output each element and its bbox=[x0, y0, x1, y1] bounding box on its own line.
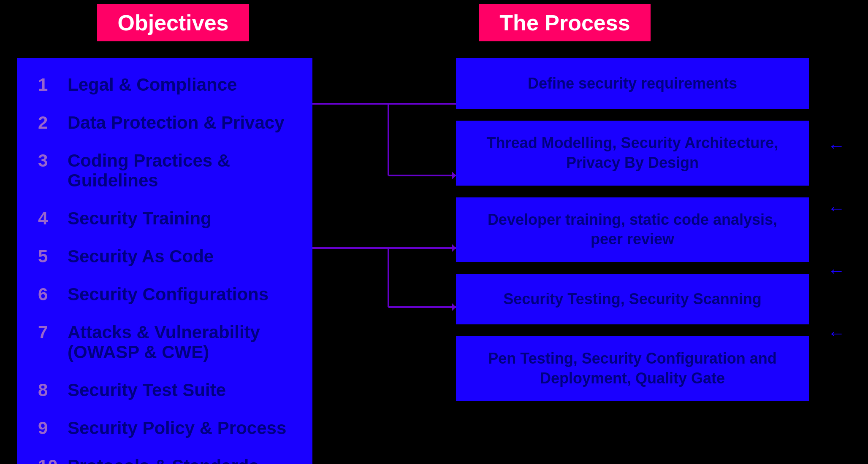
process-box-1: Define security requirements bbox=[456, 58, 809, 109]
process-box-2: Thread Modelling, Security Architecture,… bbox=[456, 121, 809, 186]
obj-text-9: Security Policy & Process bbox=[68, 418, 286, 438]
process-box-3: Developer training, static code analysis… bbox=[456, 197, 809, 262]
right-arrow-slot-4: ← bbox=[822, 245, 851, 296]
obj-text-10: Protocols & Standards bbox=[68, 456, 259, 464]
obj-number-9: 9 bbox=[38, 418, 59, 438]
left-arrow-icon-2: ← bbox=[827, 136, 845, 156]
process-right: Define security requirements Thread Mode… bbox=[456, 58, 851, 401]
right-arrow-slot-2: ← bbox=[822, 121, 851, 171]
connector-area bbox=[312, 58, 456, 438]
obj-text-3: Coding Practices & Guidelines bbox=[68, 151, 291, 190]
main-content: 1 Legal & Compliance 2 Data Protection &… bbox=[0, 58, 868, 464]
obj-number-3: 3 bbox=[38, 151, 59, 170]
obj-number-4: 4 bbox=[38, 209, 59, 228]
obj-text-7: Attacks & Vulnerability (OWASP & CWE) bbox=[68, 323, 291, 361]
list-item: 5 Security As Code bbox=[38, 247, 291, 266]
process-box-4: Security Testing, Security Scanning bbox=[456, 274, 809, 324]
list-item: 9 Security Policy & Process bbox=[38, 418, 291, 438]
obj-number-1: 1 bbox=[38, 75, 59, 94]
list-item: 3 Coding Practices & Guidelines bbox=[38, 151, 291, 190]
objectives-panel: 1 Legal & Compliance 2 Data Protection &… bbox=[17, 58, 312, 464]
obj-number-6: 6 bbox=[38, 285, 59, 304]
right-arrow-slot-1 bbox=[822, 58, 851, 109]
left-arrow-icon-4: ← bbox=[827, 261, 845, 281]
svg-marker-4 bbox=[452, 171, 456, 180]
right-arrow-slot-5: ← bbox=[822, 308, 851, 359]
objectives-header: Objectives bbox=[97, 4, 249, 41]
obj-text-8: Security Test Suite bbox=[68, 380, 226, 400]
obj-number-2: 2 bbox=[38, 113, 59, 132]
process-header: The Process bbox=[479, 4, 650, 41]
list-item: 8 Security Test Suite bbox=[38, 380, 291, 400]
list-item: 1 Legal & Compliance bbox=[38, 75, 291, 94]
list-item: 7 Attacks & Vulnerability (OWASP & CWE) bbox=[38, 323, 291, 361]
obj-text-4: Security Training bbox=[68, 209, 212, 228]
left-arrow-icon-3: ← bbox=[827, 198, 845, 219]
right-arrow-slot-3: ← bbox=[822, 183, 851, 234]
list-item: 2 Data Protection & Privacy bbox=[38, 113, 291, 132]
obj-text-5: Security As Code bbox=[68, 247, 214, 266]
process-box-5: Pen Testing, Security Configuration and … bbox=[456, 336, 809, 401]
connector-lines bbox=[312, 58, 456, 438]
svg-marker-10 bbox=[452, 303, 456, 311]
obj-number-10: 10 bbox=[38, 456, 59, 464]
left-arrow-icon-5: ← bbox=[827, 323, 845, 343]
obj-text-6: Security Configurations bbox=[68, 285, 269, 304]
process-panel: Define security requirements Thread Mode… bbox=[456, 58, 822, 401]
right-arrows: ← ← ← ← bbox=[822, 58, 851, 401]
list-item: 10 Protocols & Standards bbox=[38, 456, 291, 464]
obj-text-1: Legal & Compliance bbox=[68, 75, 237, 94]
obj-number-5: 5 bbox=[38, 247, 59, 266]
svg-marker-8 bbox=[452, 244, 456, 252]
list-item: 4 Security Training bbox=[38, 209, 291, 228]
obj-number-7: 7 bbox=[38, 323, 59, 342]
header: Objectives The Process bbox=[0, 0, 868, 58]
obj-number-8: 8 bbox=[38, 380, 59, 400]
list-item: 6 Security Configurations bbox=[38, 285, 291, 304]
obj-text-2: Data Protection & Privacy bbox=[68, 113, 285, 132]
